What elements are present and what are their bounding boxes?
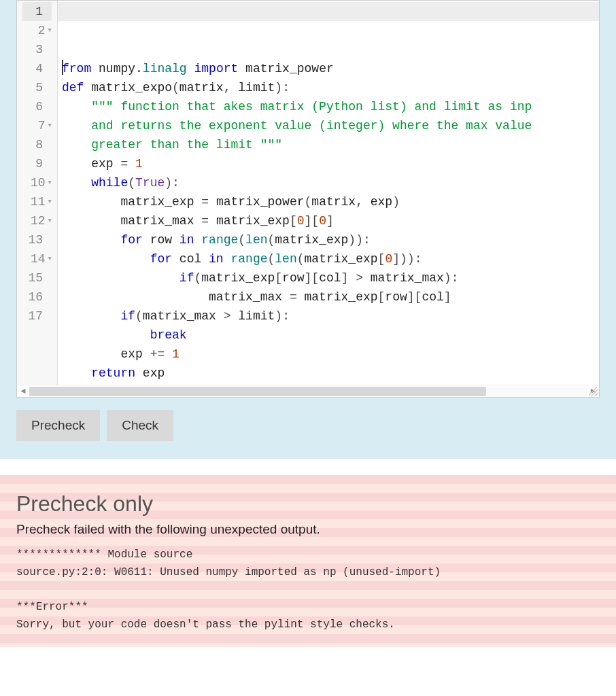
- line-number: 14▼: [22, 249, 52, 268]
- fold-icon[interactable]: ▼: [48, 249, 52, 268]
- code-line[interactable]: for row in range(len(matrix_exp)):: [62, 230, 599, 249]
- code-line[interactable]: return exp: [62, 364, 599, 383]
- active-line-highlight: [58, 2, 599, 21]
- editor-panel: 12▼34567▼8910▼11▼12▼1314▼151617 from num…: [0, 0, 616, 459]
- line-number: 7▼: [22, 116, 52, 135]
- code-area[interactable]: from numpy.linalg import matrix_powerdef…: [58, 1, 599, 385]
- fold-icon[interactable]: ▼: [48, 192, 52, 211]
- code-line[interactable]: break: [62, 326, 599, 345]
- check-button[interactable]: Check: [107, 410, 173, 441]
- fold-icon[interactable]: ▼: [48, 211, 52, 230]
- line-number: 3: [22, 40, 52, 59]
- line-number: 12▼: [22, 211, 52, 230]
- line-number: 6: [22, 97, 52, 116]
- line-number: 9: [22, 154, 52, 173]
- code-line[interactable]: exp = 1: [62, 154, 599, 173]
- line-number: 1: [22, 2, 52, 21]
- line-number: 16: [22, 288, 52, 307]
- output-body-2: ***Error*** Sorry, but your code doesn't…: [16, 599, 600, 633]
- fold-icon[interactable]: ▼: [48, 21, 52, 40]
- code-line[interactable]: if(matrix_exp[row][col] > matrix_max):: [62, 268, 599, 288]
- line-number-gutter: 12▼34567▼8910▼11▼12▼1314▼151617: [17, 1, 58, 385]
- line-number: 15: [22, 268, 52, 288]
- code-line[interactable]: for col in range(len(matrix_exp[0])):: [62, 249, 599, 268]
- code-line[interactable]: from numpy.linalg import matrix_power: [62, 59, 599, 78]
- precheck-button[interactable]: Precheck: [16, 410, 100, 441]
- line-number: 2▼: [22, 21, 52, 40]
- code-line[interactable]: matrix_max = matrix_exp[0][0]: [62, 211, 599, 230]
- button-row: Precheck Check: [0, 398, 616, 445]
- line-number: 13: [22, 230, 52, 249]
- code-line[interactable]: while(True):: [62, 173, 599, 192]
- output-message: Precheck failed with the following unexp…: [16, 522, 600, 537]
- output-panel: Precheck only Precheck failed with the f…: [0, 475, 616, 647]
- line-number: 5: [22, 78, 52, 97]
- code-line[interactable]: def matrix_expo(matrix, limit):: [62, 78, 599, 97]
- code-line[interactable]: matrix_exp = matrix_power(matrix, exp): [62, 192, 599, 211]
- scroll-left-arrow[interactable]: ◄: [17, 387, 29, 396]
- line-number: 17: [22, 307, 52, 326]
- fold-icon[interactable]: ▼: [48, 173, 52, 192]
- line-number: 8: [22, 135, 52, 154]
- horizontal-scrollbar[interactable]: ◄ ►: [17, 385, 599, 397]
- line-number: 10▼: [22, 173, 52, 192]
- resize-handle[interactable]: [589, 387, 598, 396]
- code-line[interactable]: matrix_max = matrix_exp[row][col]: [62, 288, 599, 307]
- line-number: 4: [22, 59, 52, 78]
- line-number: 11▼: [22, 192, 52, 211]
- output-body-1: ************* Module source source.py:2:…: [16, 546, 600, 581]
- code-line[interactable]: """ function that akes matrix (Python li…: [62, 97, 599, 116]
- code-line[interactable]: greater than the limit """: [62, 135, 599, 154]
- code-line[interactable]: and returns the exponent value (integer)…: [62, 116, 599, 135]
- code-line[interactable]: exp += 1: [62, 345, 599, 364]
- scroll-thumb[interactable]: [29, 387, 486, 396]
- output-title: Precheck only: [16, 491, 600, 517]
- fold-icon[interactable]: ▼: [48, 116, 52, 135]
- code-editor[interactable]: 12▼34567▼8910▼11▼12▼1314▼151617 from num…: [16, 0, 600, 398]
- code-line[interactable]: if(matrix_max > limit):: [62, 307, 599, 326]
- scroll-track[interactable]: [29, 387, 587, 396]
